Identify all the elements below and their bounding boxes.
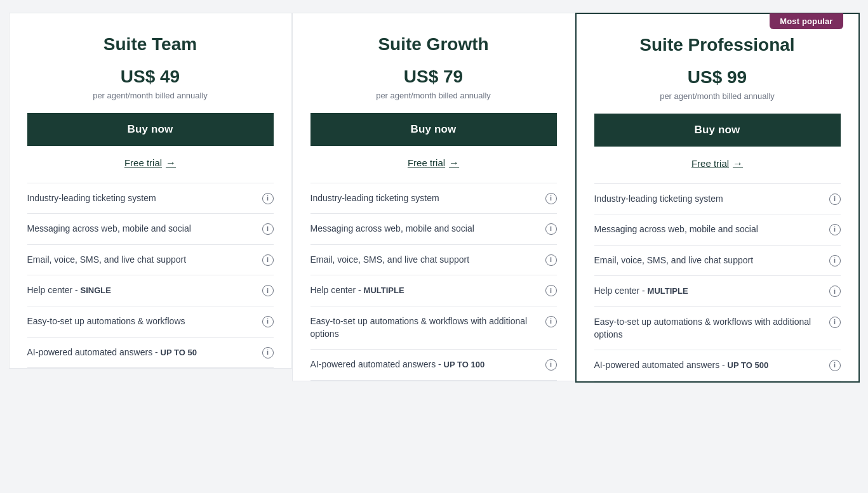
feature-item-suite-professional-1: Messaging across web, mobile and social …	[594, 214, 841, 246]
buy-now-button-suite-growth[interactable]: Buy now	[310, 113, 557, 146]
info-icon-suite-professional-3[interactable]: i	[829, 286, 841, 297]
feature-item-suite-team-5: AI-powered automated answers - UP TO 50 …	[27, 338, 274, 369]
feature-text-suite-professional-5: AI-powered automated answers - UP TO 500	[594, 359, 829, 372]
feature-item-suite-growth-5: AI-powered automated answers - UP TO 100…	[310, 350, 557, 381]
info-icon-suite-team-3[interactable]: i	[262, 285, 274, 296]
feature-text-suite-team-0: Industry-leading ticketing system	[27, 192, 262, 205]
feature-text-suite-growth-5: AI-powered automated answers - UP TO 100	[310, 358, 545, 371]
free-trial-label-suite-team: Free trial	[124, 157, 162, 168]
feature-text-suite-professional-3: Help center - MULTIPLE	[594, 285, 829, 298]
feature-text-suite-professional-0: Industry-leading ticketing system	[594, 193, 829, 206]
feature-item-suite-professional-4: Easy-to-set up automations & workflows w…	[594, 307, 841, 350]
info-icon-suite-growth-5[interactable]: i	[545, 359, 557, 371]
free-trial-label-suite-professional: Free trial	[691, 158, 729, 169]
feature-text-suite-growth-3: Help center - MULTIPLE	[310, 284, 545, 297]
arrow-icon-suite-team: →	[166, 157, 176, 169]
info-icon-suite-team-2[interactable]: i	[262, 254, 274, 266]
plan-billing-suite-professional: per agent/month billed annually	[594, 91, 841, 101]
feature-item-suite-team-1: Messaging across web, mobile and social …	[27, 214, 274, 245]
info-icon-suite-growth-2[interactable]: i	[545, 254, 557, 266]
features-list-suite-team: Industry-leading ticketing system i Mess…	[27, 183, 274, 369]
pricing-container: Suite TeamUS$ 49per agent/month billed a…	[9, 13, 860, 383]
info-icon-suite-team-5[interactable]: i	[262, 347, 274, 358]
plan-price-suite-team: US$ 49	[27, 67, 274, 87]
feature-text-suite-professional-1: Messaging across web, mobile and social	[594, 223, 829, 236]
plan-name-suite-growth: Suite Growth	[310, 34, 557, 55]
feature-item-suite-growth-3: Help center - MULTIPLE i	[310, 275, 557, 306]
feature-text-suite-team-2: Email, voice, SMS, and live chat support	[27, 254, 262, 266]
feature-item-suite-professional-0: Industry-leading ticketing system i	[594, 184, 841, 215]
info-icon-suite-professional-1[interactable]: i	[829, 224, 841, 235]
feature-text-suite-growth-1: Messaging across web, mobile and social	[310, 223, 545, 235]
plan-price-suite-professional: US$ 99	[594, 67, 841, 88]
info-icon-suite-professional-4[interactable]: i	[829, 317, 841, 328]
info-icon-suite-team-0[interactable]: i	[262, 193, 274, 204]
feature-text-suite-team-5: AI-powered automated answers - UP TO 50	[27, 346, 262, 359]
features-list-suite-growth: Industry-leading ticketing system i Mess…	[310, 183, 557, 381]
info-icon-suite-professional-0[interactable]: i	[829, 194, 841, 205]
info-icon-suite-growth-4[interactable]: i	[545, 316, 557, 327]
feature-item-suite-team-0: Industry-leading ticketing system i	[27, 183, 274, 214]
free-trial-link-suite-growth[interactable]: Free trial →	[310, 157, 557, 169]
feature-item-suite-professional-2: Email, voice, SMS, and live chat support…	[594, 246, 841, 277]
info-icon-suite-professional-2[interactable]: i	[829, 255, 841, 266]
plan-name-suite-professional: Suite Professional	[594, 34, 841, 56]
feature-text-suite-professional-2: Email, voice, SMS, and live chat support	[594, 254, 829, 267]
feature-text-suite-growth-4: Easy-to-set up automations & workflows w…	[310, 315, 545, 340]
free-trial-link-suite-professional[interactable]: Free trial →	[594, 158, 841, 169]
feature-item-suite-growth-2: Email, voice, SMS, and live chat support…	[310, 245, 557, 276]
feature-item-suite-professional-3: Help center - MULTIPLE i	[594, 276, 841, 307]
feature-text-suite-team-3: Help center - SINGLE	[27, 284, 262, 297]
plan-card-suite-growth: Suite GrowthUS$ 79per agent/month billed…	[292, 13, 575, 381]
feature-item-suite-team-2: Email, voice, SMS, and live chat support…	[27, 245, 274, 276]
info-icon-suite-growth-3[interactable]: i	[545, 285, 557, 296]
info-icon-suite-professional-5[interactable]: i	[829, 360, 841, 371]
features-list-suite-professional: Industry-leading ticketing system i Mess…	[594, 183, 841, 381]
feature-text-suite-growth-2: Email, voice, SMS, and live chat support	[310, 254, 545, 266]
feature-item-suite-team-3: Help center - SINGLE i	[27, 275, 274, 306]
feature-item-suite-team-4: Easy-to-set up automations & workflows i	[27, 306, 274, 338]
plan-name-suite-team: Suite Team	[27, 34, 274, 55]
feature-text-suite-professional-4: Easy-to-set up automations & workflows w…	[594, 316, 829, 341]
buy-now-button-suite-team[interactable]: Buy now	[27, 113, 274, 146]
plan-billing-suite-growth: per agent/month billed annually	[310, 91, 557, 100]
plan-billing-suite-team: per agent/month billed annually	[27, 91, 274, 100]
info-icon-suite-growth-0[interactable]: i	[545, 193, 557, 204]
feature-text-suite-team-4: Easy-to-set up automations & workflows	[27, 315, 262, 328]
arrow-icon-suite-professional: →	[733, 158, 743, 169]
plan-card-suite-team: Suite TeamUS$ 49per agent/month billed a…	[9, 13, 292, 369]
feature-text-suite-team-1: Messaging across web, mobile and social	[27, 223, 262, 235]
free-trial-label-suite-growth: Free trial	[408, 157, 445, 168]
info-icon-suite-team-4[interactable]: i	[262, 316, 274, 327]
feature-item-suite-growth-1: Messaging across web, mobile and social …	[310, 214, 557, 245]
info-icon-suite-growth-1[interactable]: i	[545, 223, 557, 235]
feature-item-suite-professional-5: AI-powered automated answers - UP TO 500…	[594, 350, 841, 381]
plan-card-suite-professional: Most popularSuite ProfessionalUS$ 99per …	[575, 13, 860, 383]
feature-item-suite-growth-0: Industry-leading ticketing system i	[310, 183, 557, 214]
free-trial-link-suite-team[interactable]: Free trial →	[27, 157, 274, 169]
plan-price-suite-growth: US$ 79	[310, 67, 557, 87]
feature-text-suite-growth-0: Industry-leading ticketing system	[310, 192, 545, 205]
most-popular-badge: Most popular	[770, 13, 843, 29]
info-icon-suite-team-1[interactable]: i	[262, 223, 274, 235]
feature-item-suite-growth-4: Easy-to-set up automations & workflows w…	[310, 306, 557, 350]
buy-now-button-suite-professional[interactable]: Buy now	[594, 114, 841, 147]
arrow-icon-suite-growth: →	[449, 157, 459, 169]
